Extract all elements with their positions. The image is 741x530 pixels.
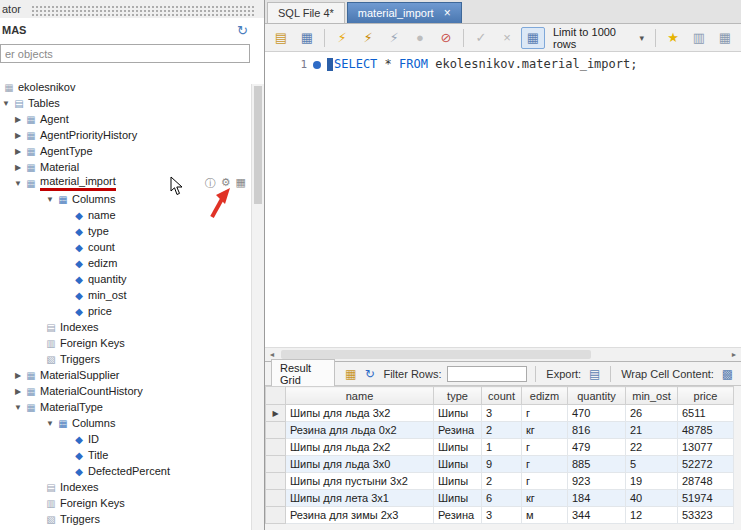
tab-material_import[interactable]: material_import× (347, 2, 462, 23)
cell[interactable]: Шипы (434, 490, 482, 507)
cell[interactable]: 6511 (678, 405, 734, 422)
tree-item-indexes[interactable]: ▤Indexes (0, 319, 264, 335)
expand-arrow-icon[interactable]: ▶ (12, 131, 24, 140)
column-header-price[interactable]: price (678, 387, 734, 405)
tree-item-defectedpercent[interactable]: ◆DefectedPercent (0, 463, 264, 479)
wrap-cell-content-icon[interactable]: ▩ (720, 367, 735, 381)
tree-item-foreign-keys[interactable]: ▥Foreign Keys (0, 495, 264, 511)
refresh-icon[interactable]: ↻ (362, 367, 377, 381)
cell[interactable]: 28748 (678, 473, 734, 490)
find-button[interactable]: ▦ (713, 27, 737, 49)
cell[interactable]: 3 (482, 507, 522, 524)
cell[interactable]: Шипы для льда 3x2 (286, 405, 434, 422)
open-file-button[interactable]: ▤ (269, 27, 293, 49)
cell[interactable]: 26 (626, 405, 678, 422)
cell[interactable]: 9 (482, 456, 522, 473)
cell[interactable]: 184 (568, 490, 626, 507)
expand-arrow-icon[interactable]: ▶ (12, 115, 24, 124)
column-header-count[interactable]: count (482, 387, 522, 405)
explain-button[interactable]: ⚡ (382, 27, 406, 49)
tree-item-agenttype[interactable]: ▶▦AgentType (0, 143, 264, 159)
cell[interactable]: 13077 (678, 439, 734, 456)
tree-item-edizm[interactable]: ◆edizm (0, 255, 264, 271)
stop-button[interactable]: ● (408, 27, 432, 49)
scrollbar-thumb[interactable] (254, 86, 262, 204)
execute-current-statement-button[interactable]: ⚡ (356, 27, 380, 49)
expand-arrow-icon[interactable]: ▶ (12, 371, 24, 380)
tree-item-id[interactable]: ◆ID (0, 431, 264, 447)
cell[interactable]: Шипы (434, 439, 482, 456)
cell[interactable]: 470 (568, 405, 626, 422)
result-grid-tab[interactable]: Result Grid (271, 359, 335, 389)
row-selector[interactable] (266, 473, 286, 490)
cell[interactable]: 344 (568, 507, 626, 524)
tree-item-triggers[interactable]: ▧Triggers (0, 351, 264, 367)
tree-item-agentpriorityhistory[interactable]: ▶▦AgentPriorityHistory (0, 127, 264, 143)
tree-item-count[interactable]: ◆count (0, 239, 264, 255)
scroll-left-icon[interactable]: ◄ (265, 351, 279, 358)
table-row[interactable]: Резина для льда 0x2Резина2кг8162148785 (266, 422, 734, 439)
tree-item-tables[interactable]: ▼▤Tables (0, 95, 264, 111)
scrollbar-thumb[interactable] (281, 350, 591, 359)
cell[interactable]: Шипы для пустыни 3x2 (286, 473, 434, 490)
autocommit-button[interactable]: ▦ (521, 27, 545, 49)
cell[interactable]: Резина для льда 0x2 (286, 422, 434, 439)
cell[interactable]: г (522, 405, 568, 422)
tree-item-materialtype[interactable]: ▼▦MaterialType (0, 399, 264, 415)
column-header-edizm[interactable]: edizm (522, 387, 568, 405)
cell[interactable]: 5 (626, 456, 678, 473)
table-row[interactable]: Шипы для лета 3x1Шипы6кг1844051974 (266, 490, 734, 507)
tree-item-type[interactable]: ◆type (0, 223, 264, 239)
cell[interactable]: 6 (482, 490, 522, 507)
tree-item-ekolesnikov[interactable]: ▦ekolesnikov (0, 79, 264, 95)
table-row[interactable]: Шипы для льда 3x0Шипы9г885552272 (266, 456, 734, 473)
column-header-min_ost[interactable]: min_ost (626, 387, 678, 405)
cell[interactable]: м (522, 507, 568, 524)
filter-rows-input[interactable] (447, 366, 527, 382)
cell[interactable]: кг (522, 422, 568, 439)
collapse-arrow-icon[interactable]: ▼ (12, 403, 24, 412)
sql-editor[interactable]: 1 SELECT * FROM ekolesnikov.material_imp… (265, 52, 741, 347)
cell[interactable]: 40 (626, 490, 678, 507)
cell[interactable]: Шипы (434, 473, 482, 490)
panel-drag-handle[interactable] (31, 5, 256, 17)
tree-item-indexes[interactable]: ▤Indexes (0, 479, 264, 495)
tree-item-agent[interactable]: ▶▦Agent (0, 111, 264, 127)
tree-item-materialsupplier[interactable]: ▶▦MaterialSupplier (0, 367, 264, 383)
row-selector[interactable] (266, 439, 286, 456)
commit-button[interactable]: ✓ (469, 27, 493, 49)
cell[interactable]: 885 (568, 456, 626, 473)
column-header-name[interactable]: name (286, 387, 434, 405)
row-selector[interactable] (266, 422, 286, 439)
export-icon[interactable]: ▤ (587, 367, 602, 381)
table-row[interactable]: Резина для зимы 2x3Резина3м3441253323 (266, 507, 734, 524)
cell[interactable]: 3 (482, 405, 522, 422)
sql-code-line[interactable]: SELECT * FROM ekolesnikov.material_impor… (327, 52, 637, 347)
tree-item-material[interactable]: ▶▦Material (0, 159, 264, 175)
cell[interactable]: 48785 (678, 422, 734, 439)
sidebar-scrollbar[interactable] (251, 84, 264, 530)
row-selector[interactable] (266, 507, 286, 524)
row-selector[interactable] (266, 490, 286, 507)
tree-item-columns[interactable]: ▼▦Columns (0, 415, 264, 431)
tree-item-min_ost[interactable]: ◆min_ost (0, 287, 264, 303)
cell[interactable]: 51974 (678, 490, 734, 507)
column-header-quantity[interactable]: quantity (568, 387, 626, 405)
tree-item-triggers[interactable]: ▧Triggers (0, 511, 264, 527)
cell[interactable]: 923 (568, 473, 626, 490)
table-row[interactable]: Шипы для льда 2x2Шипы1г4792213077 (266, 439, 734, 456)
cell[interactable]: 816 (568, 422, 626, 439)
cell[interactable]: Резина для зимы 2x3 (286, 507, 434, 524)
expand-arrow-icon[interactable]: ▶ (12, 387, 24, 396)
collapse-arrow-icon[interactable]: ▼ (0, 99, 12, 108)
scroll-right-icon[interactable]: ► (727, 351, 741, 358)
cell[interactable]: г (522, 456, 568, 473)
open-table-icon[interactable]: ▦ (236, 176, 246, 191)
cell[interactable]: Шипы для льда 2x2 (286, 439, 434, 456)
row-selector[interactable] (266, 456, 286, 473)
table-row[interactable]: ▶Шипы для льда 3x2Шипы3г470266511 (266, 405, 734, 422)
cell[interactable]: 22 (626, 439, 678, 456)
scrollbar-track[interactable] (279, 348, 727, 361)
cell[interactable]: Шипы для льда 3x0 (286, 456, 434, 473)
collapse-arrow-icon[interactable]: ▼ (12, 179, 24, 188)
